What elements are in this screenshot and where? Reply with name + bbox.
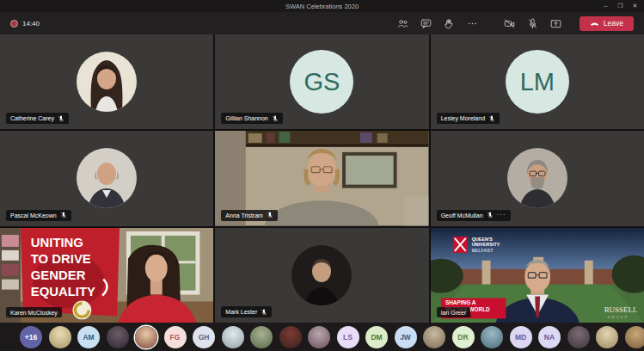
- poster-line: EQUALITY: [31, 284, 95, 298]
- filmstrip: +16AMFGGHLSDMJWDRMDNA: [0, 323, 644, 351]
- poster-line: UNITING: [31, 236, 83, 249]
- video-tile-ian-greer[interactable]: QUEEN'S UNIVERSITY BELFAST SHAPING A BET…: [431, 228, 644, 323]
- video-tile-karen-mccloskey[interactable]: UNITING TO DRIVE GENDER EQUALITY Karen M…: [0, 228, 213, 323]
- filmstrip-photo-avatar[interactable]: [596, 326, 618, 348]
- participant-name: Ian Greer: [441, 310, 467, 316]
- participant-name: Gillian Shannon: [225, 115, 267, 121]
- share-screen-button[interactable]: [546, 15, 567, 31]
- participant-photo-avatar: [507, 148, 567, 208]
- filmstrip-initials-avatar[interactable]: DM: [365, 326, 388, 348]
- banner-text: SHAPING A: [445, 299, 476, 305]
- filmstrip-photo-avatar[interactable]: [49, 326, 71, 348]
- chat-icon: [420, 18, 432, 29]
- woman-portrait-graphic: [77, 52, 137, 112]
- recording-icon: [10, 20, 18, 28]
- participant-name: Anna Tristram: [225, 212, 263, 219]
- share-screen-icon: [550, 18, 561, 29]
- leave-button[interactable]: Leave: [580, 16, 634, 31]
- mic-off-icon: [527, 18, 538, 29]
- participant-photo-avatar: [291, 245, 352, 305]
- bearded-man-portrait-graphic: [507, 148, 567, 208]
- meeting-timer: 14:40: [22, 20, 40, 28]
- filmstrip-initials-avatar[interactable]: LS: [337, 326, 359, 348]
- more-options-button[interactable]: [463, 15, 483, 31]
- participant-nametag: Catherine Carey: [6, 113, 69, 124]
- video-tile-lesley-moreland[interactable]: LM Lesley Moreland: [431, 34, 644, 129]
- video-grid: Catherine Carey GS Gillian Shannon LM Le…: [0, 34, 644, 323]
- participant-photo-avatar: [77, 148, 137, 208]
- participant-name: Catherine Carey: [10, 115, 54, 121]
- close-button[interactable]: ✕: [628, 0, 642, 12]
- filmstrip-photo-avatar[interactable]: [625, 326, 644, 348]
- filmstrip-initials-avatar[interactable]: FG: [164, 326, 187, 348]
- participant-name: Pascal McKeown: [10, 212, 57, 219]
- participant-photo-avatar: [77, 52, 137, 112]
- mic-muted-icon: [267, 212, 273, 219]
- participant-nametag: Anna Tristram: [221, 210, 278, 221]
- participant-name: Lesley Moreland: [441, 115, 485, 121]
- filmstrip-photo-avatar[interactable]: [279, 326, 302, 348]
- participant-nametag: Geoff McMullan ···: [437, 210, 511, 221]
- video-tile-catherine-carey[interactable]: Catherine Carey: [0, 34, 213, 129]
- filmstrip-initials-avatar[interactable]: GH: [193, 326, 215, 348]
- filmstrip-photo-avatar[interactable]: [222, 326, 244, 348]
- filmstrip-initials-avatar[interactable]: +16: [20, 326, 42, 348]
- video-tile-pascal-mckeown[interactable]: Pascal McKeown: [0, 131, 213, 225]
- mic-muted-icon: [60, 212, 67, 219]
- poster-line: GENDER: [31, 268, 86, 281]
- participant-name: Karen McCloskey: [10, 310, 58, 316]
- university-logo-text: QUEEN'S: [471, 237, 493, 242]
- russell-group-text: GROUP: [607, 315, 628, 319]
- more-icon: [467, 18, 478, 29]
- mic-muted-icon: [488, 115, 495, 122]
- minimize-button[interactable]: –: [598, 0, 613, 12]
- recording-indicator: 14:40: [10, 20, 40, 28]
- participant-initials-avatar: LM: [506, 50, 569, 114]
- window-title: SWAN Celebrations 2020: [285, 3, 359, 10]
- filmstrip-photo-avatar[interactable]: [250, 326, 273, 348]
- university-logo-text: UNIVERSITY: [471, 242, 500, 247]
- mic-toggle-button[interactable]: [523, 15, 543, 31]
- participant-nametag: Mark Lester: [221, 306, 272, 317]
- filmstrip-photo-avatar[interactable]: [567, 326, 590, 348]
- leave-button-label: Leave: [604, 19, 623, 28]
- maximize-button[interactable]: ❐: [613, 0, 628, 12]
- video-tile-gillian-shannon[interactable]: GS Gillian Shannon: [215, 34, 428, 129]
- mic-muted-icon: [58, 115, 64, 122]
- raise-hand-icon: [444, 18, 455, 29]
- chat-button[interactable]: [416, 15, 437, 31]
- filmstrip-photo-avatar[interactable]: [481, 326, 503, 348]
- filmstrip-initials-avatar[interactable]: MD: [510, 326, 532, 348]
- participant-nametag: Karen McCloskey: [6, 307, 62, 317]
- filmstrip-initials-avatar[interactable]: JW: [395, 326, 417, 348]
- participant-nametag: Pascal McKeown: [6, 210, 71, 221]
- mic-muted-icon: [487, 212, 494, 219]
- participant-nametag: Gillian Shannon: [221, 113, 282, 124]
- filmstrip-photo-avatar[interactable]: [308, 326, 330, 348]
- video-tile-anna-tristram[interactable]: Anna Tristram: [215, 131, 428, 225]
- filmstrip-photo-avatar[interactable]: [423, 326, 445, 348]
- mic-muted-icon: [261, 309, 267, 316]
- filmstrip-initials-avatar[interactable]: DR: [452, 326, 475, 348]
- man-portrait-graphic: [77, 148, 137, 208]
- window-titlebar: SWAN Celebrations 2020 – ❐ ✕: [0, 0, 644, 12]
- meeting-toolbar: 14:40 Leave: [0, 12, 644, 34]
- university-logo-text: BELFAST: [471, 247, 494, 252]
- filmstrip-initials-avatar[interactable]: NA: [538, 326, 561, 348]
- filmstrip-initials-avatar[interactable]: AM: [77, 326, 100, 348]
- participants-button[interactable]: [393, 15, 414, 31]
- teams-meeting-window: SWAN Celebrations 2020 – ❐ ✕ 14:40 Leave: [0, 0, 644, 351]
- participant-nametag: Lesley Moreland: [437, 113, 500, 124]
- participant-name: Mark Lester: [225, 309, 257, 315]
- russell-group-text: RUSSELL: [604, 305, 637, 314]
- camera-toggle-button[interactable]: [500, 15, 520, 31]
- video-tile-geoff-mcmullan[interactable]: Geoff McMullan ···: [431, 131, 644, 225]
- filmstrip-photo-avatar[interactable]: [107, 326, 129, 348]
- video-tile-mark-lester[interactable]: Mark Lester: [215, 228, 428, 323]
- mic-muted-icon: [272, 115, 279, 122]
- raise-hand-button[interactable]: [439, 15, 460, 31]
- toolbar-buttons: Leave: [393, 15, 634, 31]
- filmstrip-photo-avatar[interactable]: [135, 326, 157, 348]
- tile-more-options-icon[interactable]: ···: [497, 212, 506, 219]
- camera-off-icon: [504, 18, 515, 29]
